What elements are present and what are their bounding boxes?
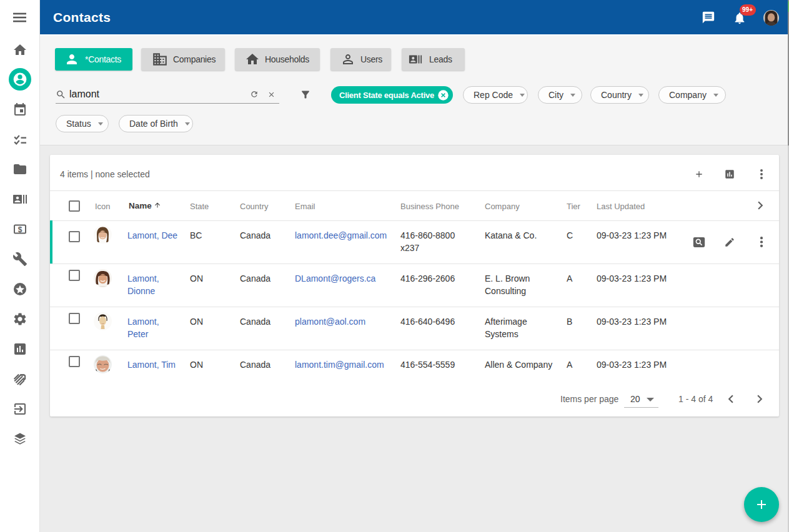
svg-text:$: $	[18, 225, 22, 234]
